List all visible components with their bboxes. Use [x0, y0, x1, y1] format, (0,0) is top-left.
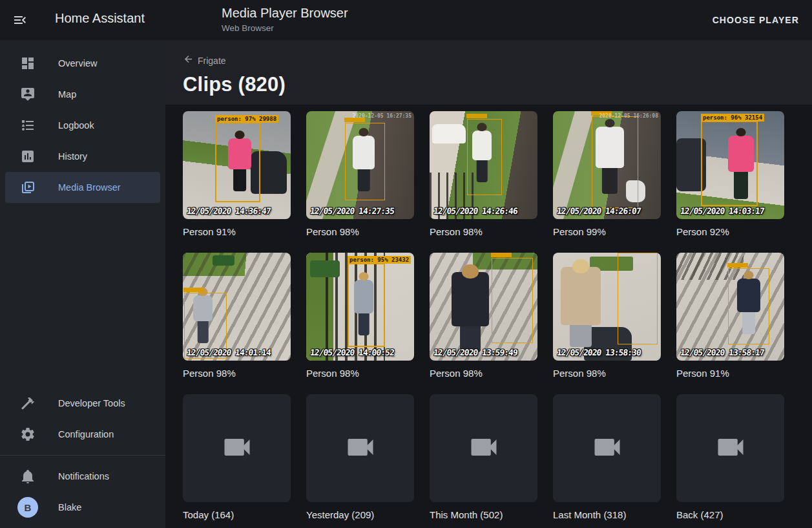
- clip-thumbnail[interactable]: person: 96% 32154 12/05/2020 14:03:17: [676, 111, 784, 219]
- detection-label: person: 97% 29988: [215, 115, 278, 123]
- scene-prop: [310, 260, 340, 277]
- sidebar-item-configuration[interactable]: Configuration: [5, 419, 160, 450]
- app-title: Home Assistant: [55, 11, 145, 26]
- clip-card[interactable]: 2020-12-05 16:26:08 12/05/2020 14:26:07 …: [553, 111, 661, 238]
- sidebar-item-notifications[interactable]: Notifications: [5, 461, 160, 492]
- folder-card[interactable]: Back (427): [676, 394, 784, 522]
- folder-card[interactable]: Today (164): [183, 394, 291, 522]
- clip-caption: Person 92%: [676, 226, 784, 238]
- map-icon: [20, 87, 36, 102]
- clip-timestamp-overlay: 12/05/2020 14:26:46: [433, 206, 517, 216]
- clip-caption: Person 91%: [676, 367, 784, 380]
- sidebar-item-history[interactable]: History: [5, 141, 160, 172]
- video-camera-icon: [590, 430, 624, 467]
- sidebar-item-developer-tools[interactable]: Developer Tools: [5, 388, 160, 419]
- clip-thumbnail[interactable]: 12/05/2020 13:58:17: [676, 253, 784, 361]
- clip-card[interactable]: person: 97% 29988 12/05/2020 14:36:47 Pe…: [183, 111, 291, 238]
- media-grid: person: 97% 29988 12/05/2020 14:36:47 Pe…: [165, 105, 812, 522]
- sidebar-item-label: Notifications: [58, 471, 109, 481]
- clip-card[interactable]: 2020-12-05 16:27:35 12/05/2020 14:27:35 …: [306, 111, 414, 238]
- detection-bounding-box: person: 97% 29988: [215, 122, 260, 202]
- clip-thumbnail[interactable]: 12/05/2020 14:01:14: [183, 253, 291, 361]
- camera-osd-timestamp: 2020-12-05 16:26:08: [599, 113, 658, 119]
- choose-player-button[interactable]: CHOOSE PLAYER: [713, 15, 799, 25]
- sidebar-item-label: Map: [58, 89, 76, 100]
- gear-icon: [20, 427, 36, 442]
- folder-card[interactable]: Last Month (318): [553, 394, 661, 522]
- folder-caption: Last Month (318): [553, 509, 661, 522]
- video-camera-icon: [220, 430, 254, 467]
- detection-label: person: 96% 32154: [701, 114, 764, 121]
- page-title: Clips (820): [183, 73, 812, 96]
- clip-thumbnail[interactable]: 12/05/2020 13:58:30: [553, 253, 661, 361]
- media-browser-icon: [20, 180, 36, 195]
- clip-caption: Person 98%: [430, 226, 537, 238]
- breadcrumb[interactable]: Frigate: [183, 54, 226, 67]
- clip-timestamp-overlay: 12/05/2020 14:27:35: [309, 206, 394, 216]
- top-app-bar: Home Assistant Media Player Browser Web …: [0, 0, 812, 40]
- clip-thumbnail[interactable]: 12/05/2020 13:59:49: [430, 253, 537, 361]
- clip-caption: Person 98%: [430, 367, 537, 380]
- folder-card[interactable]: This Month (502): [430, 394, 537, 522]
- sidebar-item-profile[interactable]: B Blake: [5, 492, 160, 523]
- sidebar-item-logbook[interactable]: Logbook: [5, 110, 160, 141]
- folder-card[interactable]: Yesterday (209): [306, 394, 414, 522]
- back-arrow-icon: [183, 54, 194, 67]
- clip-timestamp-overlay: 12/05/2020 14:00:52: [309, 348, 394, 357]
- view-title: Media Player Browser: [222, 6, 348, 21]
- folder-thumbnail[interactable]: [430, 394, 537, 502]
- clip-thumbnail[interactable]: person: 97% 29988 12/05/2020 14:36:47: [183, 111, 291, 219]
- sidebar-item-label: Overview: [58, 58, 97, 69]
- detection-bounding-box: [467, 119, 502, 195]
- detection-bounding-box: person: 96% 32154: [701, 121, 758, 206]
- clip-thumbnail[interactable]: person: 95% 23432 12/05/2020 14:00:52: [306, 253, 414, 361]
- folder-caption: Today (164): [183, 509, 291, 522]
- sidebar-item-map[interactable]: Map: [5, 79, 160, 110]
- sidebar-item-label: Media Browser: [58, 182, 121, 193]
- view-title-block: Media Player Browser Web Browser: [222, 6, 348, 33]
- folder-thumbnail[interactable]: [183, 394, 291, 502]
- clip-timestamp-overlay: 12/05/2020 14:36:47: [186, 206, 271, 216]
- sidebar-toggle-button[interactable]: [12, 12, 28, 29]
- clip-card[interactable]: person: 95% 23432 12/05/2020 14:00:52 Pe…: [306, 253, 414, 380]
- scene-prop: [213, 255, 234, 266]
- media-browser-content: Frigate Clips (820) person: 97% 29988 12…: [165, 40, 812, 528]
- clip-thumbnail[interactable]: 2020-12-05 16:27:35 12/05/2020 14:27:35: [306, 111, 414, 219]
- view-subtitle: Web Browser: [222, 23, 348, 33]
- video-camera-icon: [344, 430, 377, 467]
- clip-thumbnail[interactable]: 2020-12-05 16:26:08 12/05/2020 14:26:07: [553, 111, 661, 219]
- folder-thumbnail[interactable]: [553, 394, 661, 502]
- video-camera-icon: [714, 430, 747, 467]
- person-figure: [561, 267, 601, 325]
- folder-thumbnail[interactable]: [306, 394, 414, 502]
- hammer-icon: [20, 396, 36, 411]
- sidebar: Overview Map Logbook History Media Brows…: [0, 40, 165, 528]
- clip-card[interactable]: 12/05/2020 14:26:46 Person 98%: [430, 111, 537, 238]
- folder-thumbnail[interactable]: [676, 394, 784, 502]
- detection-bounding-box: [618, 253, 658, 344]
- clip-caption: Person 99%: [553, 226, 661, 238]
- clip-timestamp-overlay: 12/05/2020 14:26:07: [556, 206, 641, 216]
- clip-card[interactable]: 12/05/2020 13:58:30 Person 98%: [553, 253, 661, 380]
- dashboard-icon: [20, 56, 36, 71]
- clip-caption: Person 98%: [306, 226, 414, 238]
- clip-card[interactable]: 12/05/2020 14:01:14 Person 98%: [183, 253, 291, 380]
- clip-card[interactable]: 12/05/2020 13:58:17 Person 91%: [676, 253, 784, 380]
- detection-bounding-box: [728, 268, 769, 344]
- menu-open-icon: [12, 20, 28, 30]
- sidebar-item-label: History: [58, 151, 87, 162]
- sidebar-item-label: Developer Tools: [58, 398, 125, 408]
- sidebar-divider: [0, 455, 165, 456]
- sidebar-item-media-browser[interactable]: Media Browser: [5, 172, 160, 203]
- sidebar-item-overview[interactable]: Overview: [5, 48, 160, 79]
- clip-thumbnail[interactable]: 12/05/2020 14:26:46: [430, 111, 537, 219]
- clip-caption: Person 98%: [306, 367, 414, 380]
- clip-timestamp-overlay: 12/05/2020 14:03:17: [680, 206, 764, 216]
- clip-card[interactable]: person: 96% 32154 12/05/2020 14:03:17 Pe…: [676, 111, 784, 238]
- clip-card[interactable]: 12/05/2020 13:59:49 Person 98%: [430, 253, 537, 380]
- avatar: B: [17, 497, 38, 518]
- breadcrumb-label: Frigate: [198, 56, 226, 66]
- detection-bounding-box: [345, 123, 385, 200]
- history-chart-icon: [20, 149, 36, 164]
- clip-caption: Person 98%: [183, 367, 291, 380]
